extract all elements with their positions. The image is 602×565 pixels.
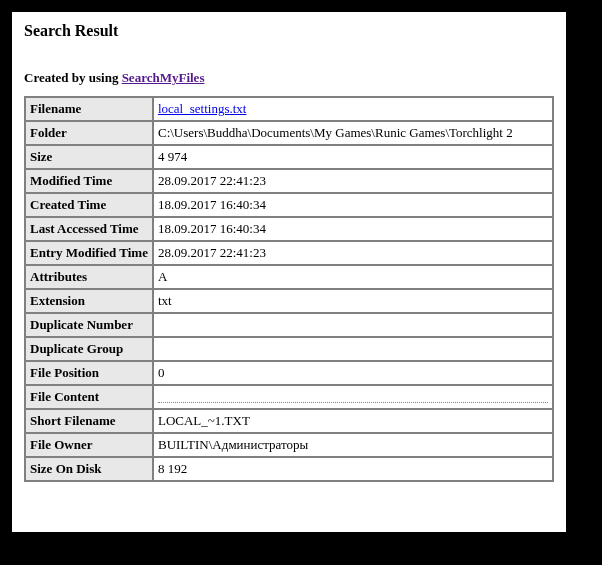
table-row: Short FilenameLOCAL_~1.TXT [25, 409, 553, 433]
row-value: 18.09.2017 16:40:34 [153, 193, 553, 217]
created-prefix: Created by using [24, 70, 122, 85]
dotted-line [158, 392, 548, 403]
table-row: Extensiontxt [25, 289, 553, 313]
details-table: Filenamelocal_settings.txtFolderC:\Users… [24, 96, 554, 482]
row-label: Modified Time [25, 169, 153, 193]
table-row: Last Accessed Time18.09.2017 16:40:34 [25, 217, 553, 241]
row-value: 4 974 [153, 145, 553, 169]
row-label: Filename [25, 97, 153, 121]
row-label: Duplicate Group [25, 337, 153, 361]
row-label: Size On Disk [25, 457, 153, 481]
table-row: FolderC:\Users\Buddha\Documents\My Games… [25, 121, 553, 145]
row-value: txt [153, 289, 553, 313]
row-label: File Content [25, 385, 153, 409]
row-value: 28.09.2017 22:41:23 [153, 241, 553, 265]
row-label: Folder [25, 121, 153, 145]
row-value [153, 337, 553, 361]
row-value: 18.09.2017 16:40:34 [153, 217, 553, 241]
table-row: Created Time18.09.2017 16:40:34 [25, 193, 553, 217]
table-row: Entry Modified Time28.09.2017 22:41:23 [25, 241, 553, 265]
table-row: Size4 974 [25, 145, 553, 169]
table-row: Modified Time28.09.2017 22:41:23 [25, 169, 553, 193]
row-label: Short Filename [25, 409, 153, 433]
row-value: A [153, 265, 553, 289]
table-row: File OwnerBUILTIN\Администраторы [25, 433, 553, 457]
table-row: File Position0 [25, 361, 553, 385]
table-row: Duplicate Number [25, 313, 553, 337]
row-label: Entry Modified Time [25, 241, 153, 265]
table-row: AttributesA [25, 265, 553, 289]
row-value: LOCAL_~1.TXT [153, 409, 553, 433]
row-label: Duplicate Number [25, 313, 153, 337]
row-value [153, 385, 553, 409]
row-value: BUILTIN\Администраторы [153, 433, 553, 457]
page-container: Search Result Created by using SearchMyF… [12, 12, 566, 532]
row-value: 8 192 [153, 457, 553, 481]
row-label: Attributes [25, 265, 153, 289]
row-label: File Position [25, 361, 153, 385]
filename-link[interactable]: local_settings.txt [158, 101, 246, 116]
table-row: Duplicate Group [25, 337, 553, 361]
created-by-line: Created by using SearchMyFiles [24, 70, 554, 86]
row-label: File Owner [25, 433, 153, 457]
row-value [153, 313, 553, 337]
row-label: Size [25, 145, 153, 169]
row-value: local_settings.txt [153, 97, 553, 121]
table-row: Size On Disk8 192 [25, 457, 553, 481]
row-label: Last Accessed Time [25, 217, 153, 241]
row-value: 28.09.2017 22:41:23 [153, 169, 553, 193]
row-label: Extension [25, 289, 153, 313]
row-value: 0 [153, 361, 553, 385]
table-row: File Content [25, 385, 553, 409]
page-title: Search Result [24, 22, 554, 40]
row-value: C:\Users\Buddha\Documents\My Games\Runic… [153, 121, 553, 145]
table-row: Filenamelocal_settings.txt [25, 97, 553, 121]
searchmyfiles-link[interactable]: SearchMyFiles [122, 70, 205, 85]
row-label: Created Time [25, 193, 153, 217]
